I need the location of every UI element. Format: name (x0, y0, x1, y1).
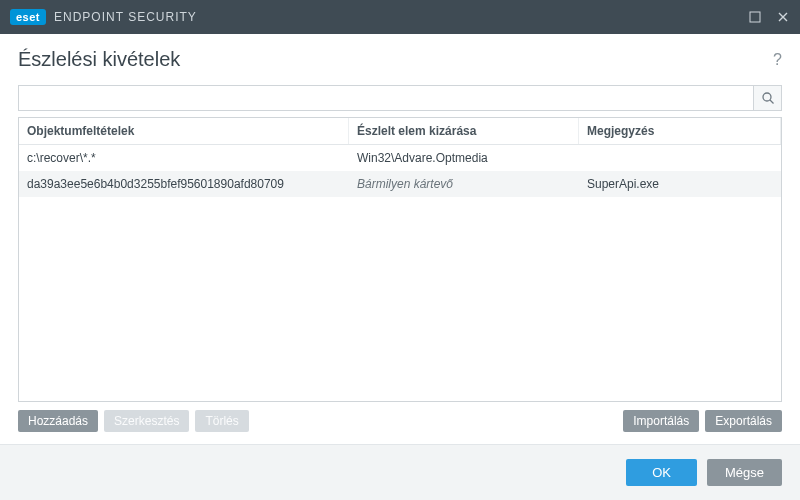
brand-badge: eset (10, 9, 46, 25)
export-button[interactable]: Exportálás (705, 410, 782, 432)
search-icon (761, 91, 775, 105)
cell-detection: Bármilyen kártevő (349, 171, 579, 197)
minimize-icon[interactable] (748, 10, 762, 24)
col-detection[interactable]: Észlelt elem kizárása (349, 118, 579, 144)
page-title: Észlelési kivételek (18, 48, 180, 71)
cell-comment (579, 145, 781, 171)
cell-object: c:\recover\*.* (19, 145, 349, 171)
table-body: c:\recover\*.* Win32\Advare.Optmedia da3… (19, 145, 781, 401)
table-row[interactable]: c:\recover\*.* Win32\Advare.Optmedia (19, 145, 781, 171)
search-row (18, 85, 782, 111)
delete-button[interactable]: Törlés (195, 410, 248, 432)
brand-text: ENDPOINT SECURITY (54, 10, 197, 24)
ok-button[interactable]: OK (626, 459, 697, 486)
search-input[interactable] (19, 86, 753, 110)
col-comment[interactable]: Megjegyzés (579, 118, 781, 144)
search-button[interactable] (753, 86, 781, 110)
table-header: Objektumfeltételek Észlelt elem kizárása… (19, 118, 781, 145)
bottom-bar: OK Mégse (0, 444, 800, 500)
cancel-button[interactable]: Mégse (707, 459, 782, 486)
action-bar: Hozzáadás Szerkesztés Törlés Importálás … (18, 402, 782, 444)
svg-line-2 (770, 100, 774, 104)
add-button[interactable]: Hozzáadás (18, 410, 98, 432)
svg-rect-0 (750, 12, 760, 22)
import-button[interactable]: Importálás (623, 410, 699, 432)
table-row[interactable]: da39a3ee5e6b4b0d3255bfef95601890afd80709… (19, 171, 781, 197)
cell-comment: SuperApi.exe (579, 171, 781, 197)
cell-object: da39a3ee5e6b4b0d3255bfef95601890afd80709 (19, 171, 349, 197)
col-object[interactable]: Objektumfeltételek (19, 118, 349, 144)
help-icon[interactable]: ? (773, 51, 782, 69)
titlebar: eset ENDPOINT SECURITY (0, 0, 800, 34)
svg-point-1 (763, 93, 771, 101)
exclusions-table: Objektumfeltételek Észlelt elem kizárása… (18, 117, 782, 402)
edit-button[interactable]: Szerkesztés (104, 410, 189, 432)
page-header: Észlelési kivételek ? (0, 34, 800, 77)
cell-detection: Win32\Advare.Optmedia (349, 145, 579, 171)
close-icon[interactable] (776, 10, 790, 24)
